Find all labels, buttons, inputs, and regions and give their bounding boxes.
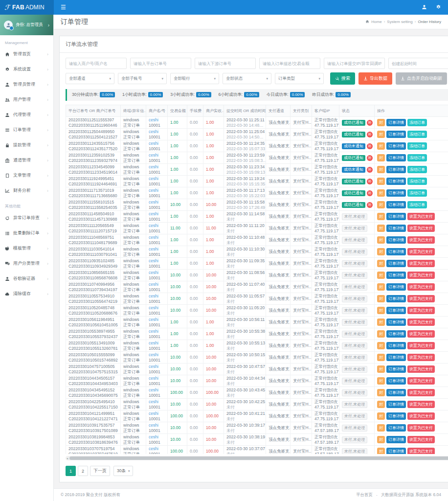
order-detail-button[interactable]: 订单详情 bbox=[386, 154, 406, 161]
merchant-link[interactable]: ceshi bbox=[149, 352, 165, 358]
merchant-link[interactable]: ceshi bbox=[149, 270, 165, 275]
sidebar-item[interactable]: 通道管理 › bbox=[0, 153, 53, 168]
page-button[interactable]: 2 bbox=[78, 466, 88, 476]
seal-button[interactable]: 封 bbox=[377, 142, 385, 150]
horizontal-scrollbar[interactable]: ◂▸ bbox=[66, 456, 448, 460]
order-detail-button[interactable]: 订单详情 bbox=[386, 248, 406, 255]
merchant-link[interactable]: ceshi bbox=[149, 258, 165, 264]
order-detail-button[interactable]: 订单详情 bbox=[386, 377, 406, 385]
seal-button[interactable]: 封 bbox=[377, 354, 385, 361]
order-detail-button[interactable]: 订单详情 bbox=[386, 330, 406, 338]
merchant-link[interactable]: ceshi bbox=[149, 117, 165, 123]
sidebar-item[interactable]: 谷歌验证器 › bbox=[0, 271, 53, 286]
sidebar-item[interactable]: 财务分析 › bbox=[0, 183, 53, 198]
seal-button[interactable]: 封 bbox=[377, 225, 385, 232]
set-paid-button[interactable]: 设置为已支付 bbox=[407, 330, 435, 338]
seal-button[interactable]: 封 bbox=[377, 389, 385, 396]
order-detail-button[interactable]: 订单详情 bbox=[386, 319, 406, 326]
gear-icon[interactable] bbox=[436, 4, 441, 10]
profile-panel[interactable]: 身份: 总管理员 › bbox=[0, 15, 53, 35]
merchant-link[interactable]: ceshi bbox=[149, 341, 165, 346]
patch-order-button[interactable]: 补 bbox=[367, 167, 373, 173]
order-detail-button[interactable]: 订单详情 bbox=[386, 307, 406, 314]
seal-button[interactable]: 封 bbox=[377, 401, 385, 408]
order-detail-button[interactable]: 订单详情 bbox=[386, 342, 406, 349]
search-button[interactable]: 搜索 bbox=[330, 72, 355, 85]
filter-input[interactable] bbox=[66, 58, 127, 69]
seal-button[interactable]: 封 bbox=[377, 166, 385, 173]
filter-input[interactable] bbox=[259, 58, 320, 69]
order-detail-button[interactable]: 订单详情 bbox=[386, 365, 406, 373]
seal-button[interactable]: 封 bbox=[377, 178, 385, 185]
patch-order-button[interactable]: 补 bbox=[367, 202, 373, 208]
filter-input[interactable] bbox=[388, 58, 448, 69]
filter-select[interactable]: 全部银行▾ bbox=[170, 73, 219, 84]
merchant-link[interactable]: ceshi bbox=[149, 446, 165, 452]
scrollbar-thumb[interactable] bbox=[69, 456, 448, 460]
seal-button[interactable]: 封 bbox=[377, 448, 385, 454]
seal-button[interactable]: 封 bbox=[377, 424, 385, 432]
set-paid-button[interactable]: 设置为已支付 bbox=[407, 412, 435, 420]
app-logo[interactable]: ℱ FABADMIN bbox=[0, 0, 54, 15]
set-paid-button[interactable]: 设置为已支付 bbox=[407, 248, 435, 255]
merchant-link[interactable]: ceshi bbox=[149, 305, 165, 311]
filter-select[interactable]: 全部状态▾ bbox=[223, 73, 271, 84]
merchant-link[interactable]: ceshi bbox=[149, 211, 165, 217]
set-paid-button[interactable]: 设置为已支付 bbox=[407, 307, 435, 314]
sidebar-item[interactable]: 文章管理 › bbox=[0, 168, 53, 183]
seal-button[interactable]: 封 bbox=[377, 436, 385, 443]
merchant-link[interactable]: ceshi bbox=[149, 329, 165, 334]
merchant-link[interactable]: ceshi bbox=[149, 153, 165, 158]
merchant-link[interactable]: ceshi bbox=[149, 294, 165, 299]
seal-button[interactable]: 封 bbox=[377, 131, 385, 138]
set-paid-button[interactable]: 设置为已支付 bbox=[407, 365, 435, 373]
set-paid-button[interactable]: 设置为已支付 bbox=[407, 401, 435, 408]
merchant-link[interactable]: ceshi bbox=[149, 376, 165, 381]
seal-button[interactable]: 封 bbox=[377, 213, 385, 220]
merchant-link[interactable]: ceshi bbox=[149, 399, 165, 405]
patch-order-button[interactable]: 补 bbox=[367, 179, 373, 184]
seal-button[interactable]: 封 bbox=[377, 154, 385, 161]
filter-select[interactable]: 全部通道▾ bbox=[66, 73, 114, 84]
order-detail-button[interactable]: 订单详情 bbox=[386, 119, 406, 126]
seal-button[interactable]: 封 bbox=[377, 412, 385, 420]
sidebar-item[interactable]: 订单管理 › bbox=[0, 122, 53, 137]
order-detail-button[interactable]: 订单详情 bbox=[386, 412, 406, 420]
merchant-link[interactable]: ceshi bbox=[149, 129, 165, 135]
seal-button[interactable]: 封 bbox=[377, 260, 385, 267]
set-paid-button[interactable]: 设置为已支付 bbox=[407, 213, 435, 220]
sidebar-item[interactable]: 管理首页 › bbox=[0, 46, 53, 62]
seal-button[interactable]: 封 bbox=[377, 248, 385, 255]
set-paid-button[interactable]: 设置为已支付 bbox=[407, 377, 435, 385]
merchant-link[interactable]: ceshi bbox=[149, 188, 165, 193]
merchant-link[interactable]: ceshi bbox=[149, 411, 165, 416]
platform-home-link[interactable]: 平台首页 bbox=[356, 492, 373, 498]
order-detail-button[interactable]: 订单详情 bbox=[386, 295, 406, 302]
merchant-link[interactable]: ceshi bbox=[149, 223, 165, 228]
filter-input[interactable] bbox=[195, 58, 256, 69]
merchant-link[interactable]: ceshi bbox=[149, 364, 165, 369]
set-paid-button[interactable]: 设置为已支付 bbox=[407, 295, 435, 302]
set-paid-button[interactable]: 设置为已支付 bbox=[407, 342, 435, 349]
breadcrumb-home[interactable]: Home bbox=[371, 20, 381, 24]
patch-order-button[interactable]: 补 bbox=[367, 132, 373, 137]
filter-input[interactable] bbox=[130, 58, 191, 69]
filter-input[interactable] bbox=[324, 58, 385, 69]
set-paid-button[interactable]: 设置为已支付 bbox=[407, 283, 435, 291]
set-paid-button[interactable]: 设置为已支付 bbox=[407, 354, 435, 361]
seal-button[interactable]: 封 bbox=[377, 377, 385, 385]
order-detail-button[interactable]: 订单详情 bbox=[386, 436, 406, 443]
freeze-order-button[interactable]: 冻结订单 bbox=[407, 131, 427, 138]
order-detail-button[interactable]: 订单详情 bbox=[386, 166, 406, 173]
merchant-link[interactable]: ceshi bbox=[149, 200, 165, 205]
sidebar-item[interactable]: 用户管理 › bbox=[0, 92, 53, 107]
order-detail-button[interactable]: 订单详情 bbox=[386, 201, 406, 208]
order-detail-button[interactable]: 订单详情 bbox=[386, 131, 406, 138]
sidebar-item[interactable]: 系统设置 › bbox=[0, 62, 53, 77]
seal-button[interactable]: 封 bbox=[377, 189, 385, 197]
merchant-link[interactable]: ceshi bbox=[149, 247, 165, 252]
merchant-link[interactable]: ceshi bbox=[149, 235, 165, 240]
merchant-link[interactable]: ceshi bbox=[149, 176, 165, 182]
merchant-link[interactable]: ceshi bbox=[149, 164, 165, 170]
set-paid-button[interactable]: 设置为已支付 bbox=[407, 319, 435, 326]
